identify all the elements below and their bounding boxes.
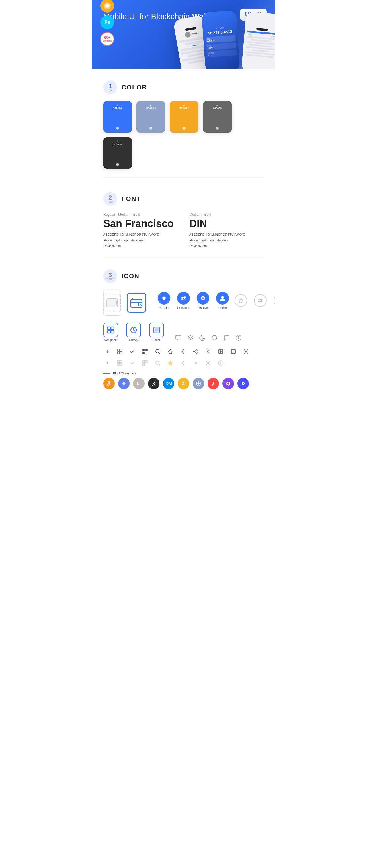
nav-icons-outline [234,294,275,307]
color-swatches: #3574FA #8DA0C8 #F5A623 #666666 #303030 [103,101,264,169]
svg-rect-58 [143,364,144,365]
section-header-font: 2 TWO FONT [103,192,264,206]
section-header-icon: 3 THREE ICON [103,269,264,283]
neo-coin [148,378,160,389]
hero-badges: Ps 60+ Screens [101,0,114,46]
svg-rect-33 [143,353,144,353]
misc-icons-row [174,334,243,342]
blockchain-label-row: BlockChain Icon [103,372,264,375]
phones-area: Profile myWallet $6,297,502.12 BTC 738.2… [172,0,275,69]
order-label: Order [153,339,160,342]
icon-section: 3 THREE ICON [92,261,275,398]
utility-icons-row-2: + [103,359,264,367]
swatch-blue: #3574FA [103,101,132,133]
btc-coin [103,378,115,389]
svg-point-74 [243,383,244,384]
section-number-1: 1 ONE [103,81,117,94]
app-order: Order [149,322,164,342]
svg-rect-13 [111,330,114,333]
phone-mockup-2: myWallet $6,297,502.12 BTC 738.2003 ETH … [202,10,240,69]
nav-exchange: Exchange [177,292,190,309]
dash-coin: DASH [163,378,174,389]
svg-point-6 [221,296,224,299]
font-section: 2 TWO FONT Regular · Medium · Bold San F… [92,181,275,255]
svg-point-23 [238,337,239,337]
poly-coin [237,378,249,389]
section-number-2: 2 TWO [103,192,117,206]
screens-badge: 60+ Screens [101,32,114,46]
chat-icon [174,334,182,342]
font-numbers-sf: 1234567890 [103,244,178,249]
svg-point-20 [212,336,217,340]
svg-point-65 [221,362,221,362]
svg-rect-27 [120,352,122,354]
back-icon [179,347,187,355]
svg-rect-57 [146,361,147,362]
history-label: History [129,339,138,342]
assets-icon-outline [234,294,247,307]
icon-blue-wallet-box [127,293,146,313]
icon-title: ICON [121,273,140,280]
icon-guide-row: Assets Exchange Discover Profile [103,290,264,316]
info-icon-outline [217,359,225,367]
zcash-coin: Z [178,378,189,389]
svg-point-5 [202,297,204,299]
message-icon [223,334,230,342]
profile-label: Profile [219,306,227,309]
swatch-gray: #666666 [203,101,232,133]
nav-exchange-outline [254,294,266,307]
svg-rect-25 [120,349,122,351]
font-col-sf: Regular · Medium · Bold San Francisco AB… [103,213,178,249]
gear-icon [204,347,212,355]
icon-guide-wallet [106,298,118,307]
crypto-coins-row: Ł DASH Z [103,378,264,389]
svg-rect-55 [120,363,122,365]
font-title: FONT [121,195,141,203]
x-icon-outline [204,359,212,367]
qtum-coin [193,378,204,389]
grid-edit-icon [116,347,124,355]
svg-text:Z: Z [182,381,185,386]
utility-icons-row-1: + [103,347,264,355]
discover-icon-outline [274,294,275,307]
nav-icons-filled: Assets Exchange Discover Profile [158,292,229,309]
hero-section: Mobile UI for Blockchain Wallet UI Kit P… [92,0,275,69]
font-style-din: Medium · Bold [189,213,264,217]
svg-line-45 [194,352,197,353]
wallet-svg [131,298,142,308]
app-icons-row: Mangment History Order [103,322,264,342]
svg-rect-52 [117,361,119,363]
color-title: COLOR [121,84,147,91]
star-icon [166,347,174,355]
font-name-din: DIN [189,218,264,230]
icon-guide-box-1 [103,290,121,316]
discover-label: Discover [198,306,209,309]
matic-coin [223,378,234,389]
discover-icon [197,292,209,305]
svg-point-70 [198,383,199,384]
svg-rect-53 [120,361,122,363]
grid-edit-icon-outline [116,359,124,367]
svg-rect-12 [111,327,114,330]
nav-assets: Assets [158,292,170,309]
font-col-din: Medium · Bold DIN ABCDEFGHIJKLMNOPQRSTUV… [189,213,264,249]
mangment-icon [103,322,118,337]
svg-point-3 [140,304,141,305]
nav-discover-outline [274,294,275,307]
ps-badge: Ps [101,16,114,29]
svg-line-40 [159,353,160,354]
check-icon [129,347,137,355]
assets-icon [158,292,170,305]
svg-rect-19 [176,336,181,339]
svg-rect-11 [108,330,110,333]
icon-blue-container [127,293,146,313]
qr-icon [141,347,149,355]
mangment-label: Mangment [104,339,117,342]
font-style-sf: Regular · Medium · Bold [103,213,178,217]
circle-icon [210,334,219,342]
order-icon [149,322,164,337]
swatch-dark: #303030 [103,137,132,169]
history-icon [126,322,141,337]
exchange-icon [177,292,190,305]
plus-icon: + [103,347,111,355]
